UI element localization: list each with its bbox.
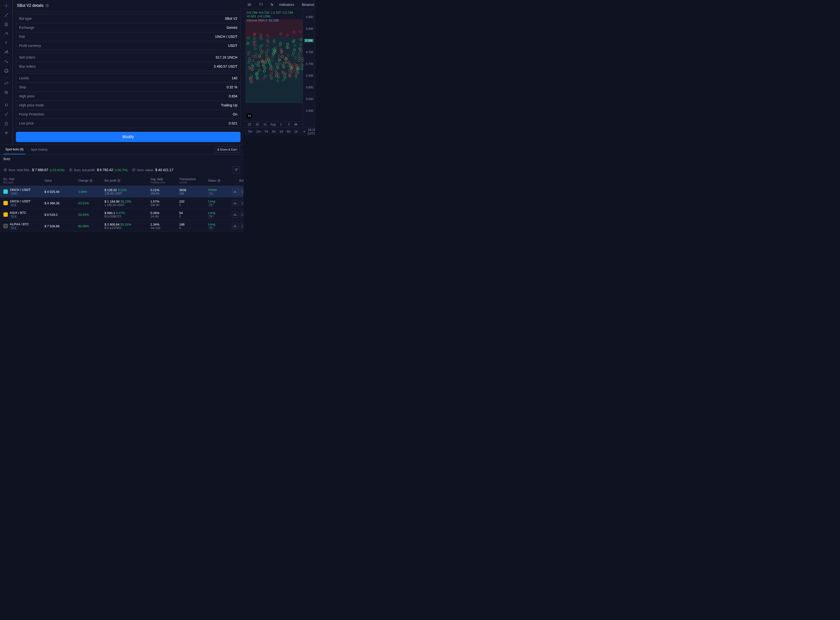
tf-1m[interactable]: 1m [255,129,262,133]
chart-icon[interactable] [232,223,238,229]
chart-legend: O0.789 H0.792 L0.787 C0.789 +0.001 (+0.1… [246,11,303,22]
eye-icon[interactable] [2,128,11,137]
svg-point-9 [6,132,7,133]
tradingview-logo-icon: TV [246,113,252,119]
help-icon[interactable]: ? [45,4,49,8]
x-axis: 29 30 31 Aug 2 3 4 ⚙ [244,121,303,127]
svg-point-14 [241,224,244,227]
details-header: SBot V2 details ? [13,0,244,12]
chart-footer: 3m 1m 7d 3d 1d 6h 1h ⇥ 18:16:27 (UTC+3) … [244,127,315,135]
svg-point-5 [7,70,8,71]
clock: 18:16:27 (UTC+3) [308,128,315,135]
chart-icon[interactable] [232,200,238,206]
svg-point-2 [7,62,8,63]
y-axis[interactable]: 0.850 0.800 0.789 0.750 0.700 0.650 0.60… [303,9,315,127]
fib-icon[interactable] [2,20,11,29]
exchange-icon [3,224,8,228]
tab-spot-history[interactable]: Spot history [29,145,50,154]
help-icon[interactable]: ? [69,168,72,172]
detail-row: ExchangeGemini [16,23,240,32]
tf-6h[interactable]: 6h [286,129,292,133]
stop-icon[interactable] [240,188,244,195]
right-panel: SBot V2 details ? Bot typeSBot V2Exchang… [13,0,244,144]
svg-text:T: T [5,41,8,45]
emoji-icon[interactable] [2,66,11,75]
table-header: Ex. PairBot type Value Change ? Bot prof… [0,176,244,186]
chart-body[interactable]: O0.789 H0.792 L0.787 C0.789 +0.001 (+0.1… [244,9,315,127]
price-badge: 0.789 [304,39,313,42]
filter-icon[interactable] [233,166,240,173]
tf-1d[interactable]: 1d [278,129,284,133]
detail-row: Low price0.521 [16,119,240,128]
volume-bars [244,109,303,121]
detail-row: High price modeTrailing Up [16,101,240,110]
help-icon[interactable]: ? [132,168,135,172]
magnet-icon[interactable] [2,101,11,109]
tf-1h[interactable]: 1h [293,129,299,133]
exchange-label[interactable]: Binance [300,3,315,7]
svg-rect-8 [5,123,8,125]
indicators-button[interactable]: Indicators [277,3,296,7]
crosshair-icon[interactable] [2,2,11,10]
detail-row: Pump ProtectionOn [16,110,240,119]
forecast-icon[interactable] [2,57,11,66]
detail-row: Levels140 [16,74,240,83]
chart-area: 1h fx Indicators Binance 1INCH/USDT O0.7… [244,0,315,135]
interval-select[interactable]: 1h [245,3,253,7]
stop-icon[interactable] [240,200,244,206]
chart-canvas[interactable] [245,19,303,121]
pitchfork-icon[interactable] [2,29,11,38]
table-row[interactable]: 1INCH / USDTDCA$ 4 366.3633.51%$ 1 184.9… [0,197,244,209]
svg-point-1 [5,60,6,61]
detail-row: Bot typeSBot V2 [16,14,240,23]
table-row[interactable]: AGIX / BTCDCA$ 8 519.220.93%$ 660.1 9.37… [0,209,244,220]
svg-point-3 [5,69,8,72]
detail-row: High price0.834 [16,92,240,101]
axis-gear-icon[interactable]: ⚙ [294,123,297,126]
detail-row: Profit currencyUSDT [16,41,240,50]
svg-point-11 [241,190,244,193]
tf-3d[interactable]: 3d [271,129,277,133]
tf-3m[interactable]: 3m [246,129,254,133]
pattern-icon[interactable] [2,48,11,57]
detail-row: Sell orders517.19 1INCH [16,53,240,62]
goto-date-icon[interactable]: ⇥ [301,129,307,133]
svg-rect-6 [5,82,8,84]
exchange-icon [3,212,8,217]
detail-row: Pair1INCH / USDT [16,32,240,41]
zoom-icon[interactable] [2,88,11,97]
exchange-icon [3,201,8,205]
svg-point-13 [241,213,244,216]
trendline-icon[interactable] [2,11,11,20]
svg-point-12 [241,202,244,205]
modify-button[interactable]: Modify [16,132,241,142]
chart-toolbar: 1h fx Indicators Binance 1INCH/USDT [244,0,315,9]
candle-style-icon[interactable] [257,2,265,7]
chart-icon[interactable] [232,211,238,218]
detail-row: Step0.32 % [16,83,240,92]
stop-icon[interactable] [240,223,244,229]
table-row[interactable]: ALPHA / BTCDCA$ 7 526.8860.08%$ 2 600.64… [0,220,244,232]
svg-point-7 [5,91,8,93]
drawing-tools-rail: T [0,0,13,144]
detail-row: Buy orders3 490.57 USDT [16,62,240,71]
exchange-icon [3,190,8,194]
lock-icon[interactable] [2,119,11,128]
fx-icon[interactable]: fx [269,3,275,7]
chart-icon[interactable] [232,188,238,195]
ruler-icon[interactable] [2,79,11,87]
text-tool-icon[interactable]: T [2,39,11,47]
tf-7d[interactable]: 7d [263,129,269,133]
svg-point-4 [5,70,6,71]
bots-heading: Bots [3,157,240,161]
stop-icon[interactable] [240,211,244,218]
chart-plot[interactable]: O0.789 H0.792 L0.787 C0.789 +0.001 (+0.1… [244,9,303,127]
table-row[interactable]: 1INCH / USDTGRID$ 4 025.443.04%$ 126.02 … [0,186,244,197]
help-icon[interactable]: ? [3,168,7,172]
share-earn-button[interactable]: $ Share & Earn [215,146,240,153]
tab-spot-bots[interactable]: Spot bots (9) [3,145,26,154]
bots-panel: Spot bots (9) Spot history $ Share & Ear… [0,144,244,232]
edit-icon[interactable] [2,110,11,119]
